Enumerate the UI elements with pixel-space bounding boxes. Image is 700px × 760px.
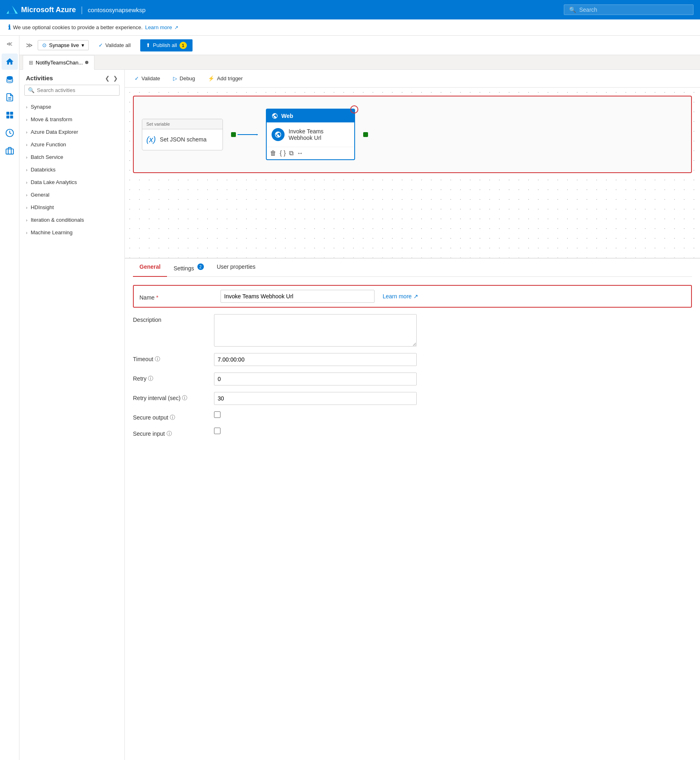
activity-label: Azure Function — [31, 141, 66, 148]
retry-info-icon[interactable]: ⓘ — [148, 375, 153, 382]
list-item-azure-function[interactable]: › Azure Function — [19, 138, 124, 151]
pipeline-tab-icon: ⊞ — [29, 60, 33, 66]
sidebar-item-integrate[interactable] — [2, 107, 18, 123]
secure-output-checkbox[interactable] — [214, 411, 220, 418]
activities-title: Activities — [26, 75, 53, 81]
retry-input[interactable] — [214, 373, 417, 385]
studio-content: Activities ❮ ❯ 🔍 › Synapse › — [19, 70, 700, 760]
synapse-live-button[interactable]: ⊙ Synapse live ▾ — [38, 40, 89, 50]
secure-output-form-row: Secure output ⓘ — [133, 411, 692, 421]
description-label: Description — [133, 314, 206, 323]
list-item-databricks[interactable]: › Databricks — [19, 163, 124, 176]
retry-interval-info-icon[interactable]: ⓘ — [182, 394, 187, 402]
arrow-icon[interactable]: ↔ — [297, 150, 303, 157]
delete-icon[interactable]: 🗑 — [270, 150, 276, 157]
add-trigger-button[interactable]: ⚡ Add trigger — [205, 74, 246, 83]
info-icon: ℹ — [8, 24, 11, 31]
activity-label: Data Lake Analytics — [31, 179, 77, 185]
chevron-right-icon: › — [26, 205, 28, 210]
secure-input-info-icon[interactable]: ⓘ — [167, 430, 172, 437]
sidebar-item-data[interactable] — [2, 71, 18, 88]
list-item-iteration-conditionals[interactable]: › Iteration & conditionals — [19, 214, 124, 226]
lightning-icon: ⚡ — [208, 75, 214, 81]
retry-interval-form-row: Retry interval (sec) ⓘ — [133, 392, 692, 405]
svg-rect-8 — [6, 149, 13, 154]
chevron-right-icon: › — [26, 218, 28, 223]
pipeline-canvas: ✓ Validate ▷ Debug ⚡ Add trigger — [125, 70, 700, 760]
sidebar-item-home[interactable] — [2, 54, 18, 70]
expand-activities-icon[interactable]: ❯ — [113, 75, 118, 81]
tab-general-label: General — [139, 263, 161, 270]
form-area: Name * Learn more ↗ Description — [133, 277, 692, 452]
topbar-divider: | — [81, 5, 83, 15]
svg-rect-4 — [10, 112, 13, 115]
sidebar-collapse-button[interactable]: ≪ — [3, 39, 16, 49]
toolbar-collapse-icon[interactable]: ≫ — [26, 41, 33, 49]
svg-rect-3 — [6, 112, 9, 115]
cookie-text: We use optional cookies to provide a bet… — [13, 24, 143, 30]
required-indicator: * — [156, 294, 158, 301]
list-item-general[interactable]: › General — [19, 188, 124, 201]
pipeline-flow-container: Set variable (x) Set JSON schema → — [133, 96, 692, 173]
tab-settings[interactable]: Settings 2 — [167, 259, 210, 276]
red-circle-indicator — [350, 105, 358, 113]
tab-user-properties[interactable]: User properties — [210, 259, 262, 276]
web-node[interactable]: Web Invoke Teams Webhook Url — [266, 109, 355, 160]
list-item-synapse[interactable]: › Synapse — [19, 101, 124, 113]
tab-general[interactable]: General — [133, 259, 167, 277]
list-item-machine-learning[interactable]: › Machine Learning — [19, 226, 124, 239]
publish-all-button[interactable]: ⬆ Publish all 1 — [140, 39, 192, 51]
play-icon: ▷ — [173, 75, 177, 81]
toolbar: ≫ ⊙ Synapse live ▾ ✓ Validate all ⬆ Publ… — [19, 36, 700, 55]
secure-output-info-icon[interactable]: ⓘ — [170, 414, 175, 421]
copy-icon[interactable]: ⧉ — [289, 150, 293, 157]
variable-icon: (x) — [146, 135, 156, 144]
timeout-input[interactable] — [214, 353, 417, 366]
sidebar-item-develop[interactable] — [2, 89, 18, 105]
set-variable-node-body: (x) Set JSON schema — [142, 129, 223, 150]
learn-more-link[interactable]: Learn more ↗ — [383, 293, 418, 300]
learn-more-label: Learn more — [383, 293, 412, 300]
code-icon[interactable]: { } — [280, 150, 286, 157]
settings-badge: 2 — [197, 263, 204, 270]
search-icon: 🔍 — [569, 6, 576, 13]
name-input[interactable] — [220, 290, 375, 303]
list-item-move-transform[interactable]: › Move & transform — [19, 113, 124, 126]
activities-search-input[interactable] — [37, 87, 116, 93]
brand-name: Microsoft Azure — [21, 6, 76, 14]
description-input[interactable] — [214, 314, 417, 347]
collapse-activities-icon[interactable]: ❮ — [105, 75, 110, 81]
workspace-name: contososynapsewksp — [88, 6, 146, 13]
web-icon — [272, 113, 278, 119]
list-item-hdinsight[interactable]: › HDInsight — [19, 201, 124, 214]
secure-input-label: Secure input ⓘ — [133, 428, 206, 437]
svg-rect-6 — [10, 116, 13, 118]
list-item-batch-service[interactable]: › Batch Service — [19, 151, 124, 163]
list-item-data-lake[interactable]: › Data Lake Analytics — [19, 176, 124, 188]
unsaved-indicator — [85, 61, 88, 64]
retry-interval-input[interactable] — [214, 392, 417, 405]
timeout-info-icon[interactable]: ⓘ — [155, 355, 160, 363]
debug-button[interactable]: ▷ Debug — [170, 74, 198, 83]
search-icon: 🔍 — [28, 87, 34, 93]
debug-label: Debug — [180, 75, 195, 81]
validate-button[interactable]: ✓ Validate — [131, 74, 163, 83]
cookie-learn-more[interactable]: Learn more — [145, 24, 172, 30]
activities-panel: Activities ❮ ❯ 🔍 › Synapse › — [19, 70, 125, 760]
activity-label: Iteration & conditionals — [31, 217, 84, 223]
svg-rect-5 — [6, 116, 9, 118]
pipeline-tab[interactable]: ⊞ NotifiyTeamsChan... — [23, 55, 94, 70]
validate-all-button[interactable]: ✓ Validate all — [94, 41, 136, 50]
canvas-area[interactable]: Set variable (x) Set JSON schema → — [125, 88, 700, 258]
connector: → — [231, 132, 258, 137]
synapse-live-label: Synapse live — [49, 42, 79, 48]
sidebar-item-manage[interactable] — [2, 143, 18, 159]
secure-input-checkbox[interactable] — [214, 428, 220, 434]
set-variable-node[interactable]: Set variable (x) Set JSON schema — [142, 119, 223, 150]
list-item-azure-data-explorer[interactable]: › Azure Data Explorer — [19, 126, 124, 138]
activity-label: General — [31, 192, 49, 198]
activities-search-box[interactable]: 🔍 — [24, 85, 120, 96]
tab-bar: ⊞ NotifiyTeamsChan... — [19, 55, 700, 70]
global-search[interactable]: 🔍 Search — [564, 4, 694, 15]
sidebar-item-monitor[interactable] — [2, 125, 18, 141]
